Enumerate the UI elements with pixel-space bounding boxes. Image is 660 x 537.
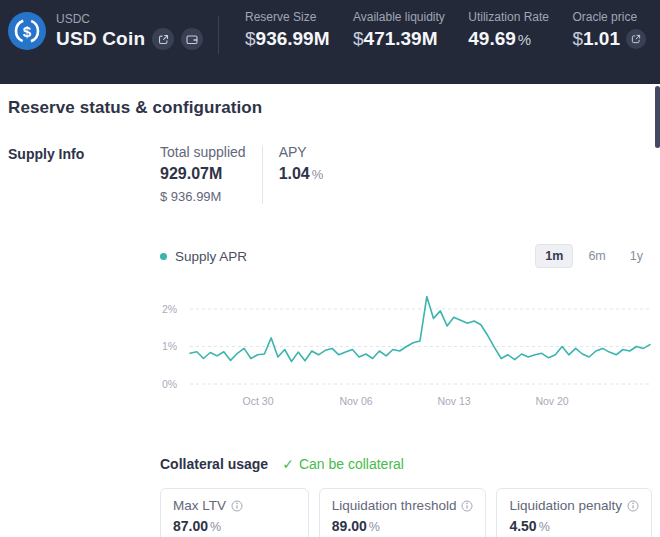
card-max-ltv: Max LTV 87.00% [160, 488, 309, 537]
svg-text:0%: 0% [162, 378, 177, 390]
supply-apr-chart: 0%1%2%Oct 30Nov 06Nov 13Nov 20 [160, 286, 652, 412]
usdc-coin-icon: $ [8, 12, 46, 50]
stat-utilization-rate: Utilization Rate 49.69% [468, 10, 549, 50]
apy-label: APY [279, 144, 324, 160]
stat-label: Utilization Rate [468, 10, 549, 24]
stat-oracle-price: Oracle price $1.01 [572, 10, 646, 50]
svg-text:2%: 2% [162, 303, 177, 315]
stat-value: $936.99M [245, 28, 330, 50]
total-supplied-block: Total supplied 929.07M $ 936.99M [160, 144, 246, 204]
card-label-text: Max LTV [173, 498, 226, 513]
range-button-1m[interactable]: 1m [535, 244, 573, 268]
svg-text:Oct 30: Oct 30 [243, 395, 274, 407]
stat-reserve-size: Reserve Size $936.99M [245, 10, 330, 50]
svg-text:1%: 1% [162, 340, 177, 352]
card-label-text: Liquidation threshold [332, 498, 457, 513]
apy-value: 1.04% [279, 165, 324, 183]
oracle-link-button[interactable] [626, 29, 646, 49]
chart-legend: Supply APR [160, 249, 247, 264]
svg-text:Nov 20: Nov 20 [535, 395, 568, 407]
range-button-6m[interactable]: 6m [579, 245, 614, 267]
line-chart: 0%1%2%Oct 30Nov 06Nov 13Nov 20 [160, 286, 652, 412]
scrollbar-thumb[interactable] [655, 86, 660, 148]
token-name: USD Coin [56, 28, 145, 50]
add-to-wallet-button[interactable] [181, 28, 203, 50]
supply-stats-row: Total supplied 929.07M $ 936.99M APY 1.0… [160, 144, 652, 204]
external-link-icon [631, 34, 641, 44]
collateral-badge-label: Can be collateral [299, 456, 404, 472]
stat-label: Reserve Size [245, 10, 330, 24]
token-symbol: USDC [56, 12, 203, 26]
svg-text:Nov 06: Nov 06 [339, 395, 372, 407]
check-icon: ✓ [282, 456, 294, 472]
header-stats: Reserve Size $936.99M Available liquidit… [233, 8, 650, 50]
card-liquidation-threshold: Liquidation threshold 89.00% [319, 488, 487, 537]
stat-label: Oracle price [572, 10, 646, 24]
reserve-header: $ USDC USD Coin [0, 0, 660, 84]
info-icon[interactable] [231, 500, 243, 512]
total-supplied-label: Total supplied [160, 144, 246, 160]
external-link-icon [158, 34, 169, 45]
range-button-1y[interactable]: 1y [621, 245, 652, 267]
page-title: Reserve status & configuration [8, 98, 660, 118]
collateral-badge: ✓ Can be collateral [282, 456, 404, 472]
legend-dot-icon [160, 253, 167, 260]
apy-block: APY 1.04% [279, 144, 324, 183]
supply-info-label: Supply Info [8, 144, 160, 162]
header-divider [218, 16, 219, 54]
collateral-section: Collateral usage ✓ Can be collateral Max… [160, 456, 652, 537]
total-supplied-usd: $ 936.99M [160, 189, 246, 204]
card-label-text: Liquidation penalty [509, 498, 622, 513]
legend-label: Supply APR [175, 249, 247, 264]
supply-divider [262, 146, 263, 204]
svg-text:$: $ [23, 23, 32, 40]
wallet-icon [186, 34, 198, 45]
info-icon[interactable] [627, 500, 639, 512]
svg-text:Nov 13: Nov 13 [437, 395, 470, 407]
token-block: $ USDC USD Coin [8, 8, 210, 50]
time-range-selector: 1m 6m 1y [535, 244, 652, 268]
stat-value: 49.69% [468, 28, 549, 50]
external-link-button[interactable] [152, 28, 174, 50]
total-supplied-value: 929.07M [160, 165, 246, 183]
collateral-cards: Max LTV 87.00% Li [160, 488, 652, 537]
info-icon[interactable] [461, 500, 473, 512]
stat-available-liquidity: Available liquidity $471.39M [353, 10, 445, 50]
stat-value: $1.01 [572, 28, 646, 50]
stat-label: Available liquidity [353, 10, 445, 24]
stat-value: $471.39M [353, 28, 445, 50]
collateral-title: Collateral usage [160, 456, 268, 472]
card-liquidation-penalty: Liquidation penalty 4.50% [496, 488, 652, 537]
